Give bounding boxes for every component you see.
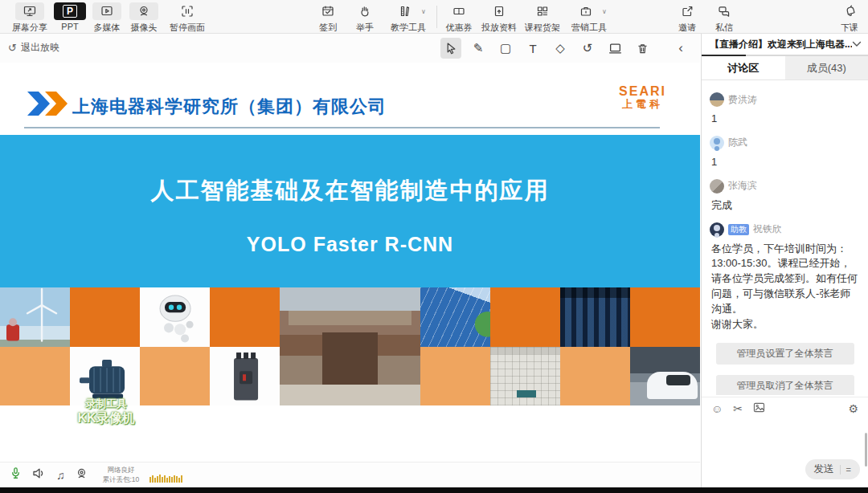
coupon-icon bbox=[444, 2, 473, 20]
course-shelf-icon bbox=[528, 2, 557, 20]
slide-title-banner: 人工智能基础及在智能制造中的应用 YOLO Faster R-CNN bbox=[0, 135, 700, 287]
dismiss-class-label: 下课 bbox=[841, 22, 858, 34]
music-icon[interactable]: ♫ bbox=[56, 469, 65, 482]
sign-in-icon bbox=[313, 2, 342, 20]
image-icon[interactable] bbox=[753, 402, 765, 415]
photo-electric-motor bbox=[70, 347, 140, 406]
network-status: 网络良好 累计丢包:10 bbox=[103, 466, 140, 484]
camera-button[interactable]: 摄像头 bbox=[125, 0, 162, 34]
board-tool-button[interactable] bbox=[604, 38, 625, 59]
sender-name: 祝铁欣 bbox=[753, 222, 782, 236]
orange-tile bbox=[210, 287, 280, 347]
chat-message-list[interactable]: 费洪涛 1 陈武 1 张海滨 完成 bbox=[702, 82, 868, 395]
speaker-icon[interactable] bbox=[32, 467, 46, 483]
marketing-tools-button[interactable]: ∨ 营销工具 bbox=[564, 0, 614, 34]
course-shelf-button[interactable]: 课程货架 bbox=[521, 0, 564, 34]
orange-tile bbox=[490, 287, 560, 347]
system-message: 管理员取消了全体禁言 bbox=[716, 375, 854, 395]
app-window: 屏幕分享 P PPT 多媒体 摄像头 bbox=[0, 0, 868, 493]
clear-all-trash-button[interactable] bbox=[632, 38, 653, 59]
invite-label: 邀请 bbox=[678, 22, 696, 34]
eraser-tool-button[interactable]: ◇ bbox=[550, 38, 571, 59]
photo-robot bbox=[140, 287, 210, 347]
toolbar-divider bbox=[436, 6, 437, 28]
microphone-icon[interactable] bbox=[10, 467, 22, 483]
chat-message: 张海滨 完成 bbox=[710, 179, 860, 214]
private-message-icon bbox=[710, 2, 739, 20]
building-beam bbox=[289, 311, 411, 325]
slide-title: 人工智能基础及在智能制造中的应用 bbox=[0, 175, 700, 207]
camera-icon bbox=[129, 2, 158, 20]
message-text: 1 bbox=[711, 155, 860, 170]
undo-button[interactable]: ↺ bbox=[577, 38, 598, 59]
packet-loss-text: 累计丢包:10 bbox=[103, 475, 140, 484]
seari-logo-latin: SEARI bbox=[619, 85, 666, 99]
teaching-tools-icon bbox=[391, 2, 420, 20]
multimedia-icon bbox=[92, 2, 121, 20]
exit-projection-button[interactable]: ↺ 退出放映 bbox=[8, 41, 59, 55]
invite-icon bbox=[673, 2, 702, 20]
marketing-tools-label: 营销工具 bbox=[571, 22, 607, 34]
slide-subtitle: YOLO Faster R-CNN bbox=[0, 233, 700, 256]
raise-hand-label: 举手 bbox=[356, 22, 374, 34]
send-button[interactable]: 发送 = bbox=[805, 459, 860, 479]
dismiss-class-button[interactable]: 下课 bbox=[831, 0, 868, 34]
photo-wind-turbine bbox=[0, 287, 70, 347]
emoji-icon[interactable]: ☺ bbox=[711, 402, 723, 415]
distribute-materials-label: 投放资料 bbox=[481, 22, 517, 34]
camera-label: 摄像头 bbox=[131, 22, 158, 34]
photo-collage bbox=[0, 287, 700, 405]
cursor-tool-button[interactable] bbox=[440, 38, 461, 59]
sidebar-scrollbar[interactable] bbox=[865, 433, 867, 467]
text-tool-button[interactable]: T bbox=[522, 38, 543, 59]
raise-hand-button[interactable]: 举手 bbox=[346, 0, 383, 34]
distribute-materials-button[interactable]: 投放资料 bbox=[477, 0, 521, 34]
invite-button[interactable]: 邀请 bbox=[669, 0, 706, 34]
sign-in-button[interactable]: 签到 bbox=[309, 0, 346, 34]
send-options-icon[interactable]: = bbox=[840, 465, 851, 475]
pause-screen-button[interactable]: 暂停画面 bbox=[162, 0, 212, 34]
bottom-black-strip bbox=[0, 487, 868, 493]
assistant-badge: 助教 bbox=[728, 224, 749, 235]
send-row: 发送 = bbox=[805, 459, 860, 479]
tab-members[interactable]: 成员(43) bbox=[785, 56, 868, 79]
presentation-sub-bar: ↺ 退出放映 ✎ ▢ T ◇ ↺ ‹ › bbox=[0, 34, 700, 63]
network-history-bars bbox=[149, 474, 182, 483]
ppt-icon: P bbox=[54, 2, 86, 20]
sender-name: 张海滨 bbox=[728, 179, 757, 193]
teaching-tools-label: 教学工具 bbox=[391, 22, 426, 34]
marketing-tools-icon bbox=[571, 2, 600, 20]
teaching-tools-button[interactable]: ∨ 教学工具 bbox=[383, 0, 433, 34]
distribute-materials-icon bbox=[485, 2, 514, 20]
orange-tile bbox=[70, 287, 140, 347]
rectangle-tool-button[interactable]: ▢ bbox=[495, 38, 516, 59]
previous-page-button[interactable]: ‹ bbox=[670, 38, 691, 59]
pencil-tool-button[interactable]: ✎ bbox=[468, 38, 489, 59]
slide-header-chevrons-icon bbox=[27, 92, 72, 119]
coupon-button[interactable]: 优惠券 bbox=[440, 0, 477, 34]
screenshot-scissors-icon[interactable]: ✂ bbox=[733, 402, 743, 415]
raise-hand-icon bbox=[350, 2, 379, 20]
multimedia-label: 多媒体 bbox=[94, 22, 121, 34]
slide-company-name: 上海电器科学研究所（集团）有限公司 bbox=[72, 95, 387, 119]
teaching-tools-dropdown-icon[interactable]: ∨ bbox=[421, 8, 426, 15]
webcam-icon[interactable] bbox=[76, 467, 88, 483]
toolbar-right-group: 邀请 私信 下课 bbox=[669, 0, 868, 34]
chat-input-toolbar: ☺ ✂ ⚙ bbox=[702, 397, 868, 419]
message-text: 各位学员，下午培训时间为：13:00-15:30。课程已经开始，请各位学员完成签… bbox=[711, 242, 860, 332]
ppt-button[interactable]: P PPT bbox=[51, 0, 88, 31]
photo-electrical-equipment bbox=[560, 287, 630, 347]
tab-discussion[interactable]: 讨论区 bbox=[702, 56, 785, 79]
marketing-tools-dropdown-icon[interactable]: ∨ bbox=[602, 8, 607, 15]
private-message-button[interactable]: 私信 bbox=[706, 0, 743, 34]
toolbar-left-group: 屏幕分享 P PPT 多媒体 摄像头 bbox=[8, 0, 212, 34]
multimedia-button[interactable]: 多媒体 bbox=[88, 0, 125, 34]
exit-projection-icon: ↺ bbox=[8, 42, 17, 54]
chat-settings-gear-icon[interactable]: ⚙ bbox=[848, 402, 858, 415]
annotation-toolbar: ✎ ▢ T ◇ ↺ ‹ › bbox=[440, 38, 719, 59]
photo-solar-panels bbox=[420, 287, 490, 347]
ppt-icon-letter: P bbox=[63, 5, 77, 18]
chevron-down-icon[interactable] bbox=[852, 39, 862, 50]
live-intro-header[interactable]: 【直播介绍】欢迎来到上海电器... bbox=[702, 34, 868, 55]
screen-share-button[interactable]: 屏幕分享 bbox=[8, 0, 51, 34]
